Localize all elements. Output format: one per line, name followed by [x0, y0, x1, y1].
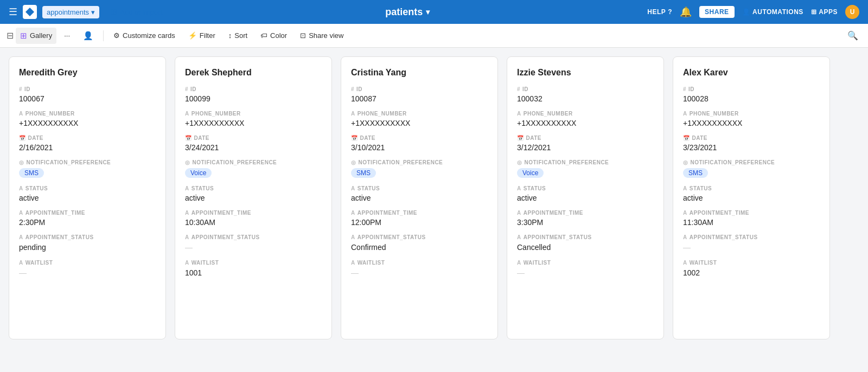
card-title: Derek Shepherd — [185, 68, 322, 78]
appt-status-icon: A — [19, 234, 23, 240]
patient-card: Alex Karev # ID 100028 A PHONE_NUMBER +1… — [673, 56, 830, 339]
status-field: A STATUS active — [517, 185, 654, 202]
appt-time-icon: A — [351, 210, 355, 216]
appointment-status-field: A APPOINTMENT_STATUS pending — [19, 234, 156, 252]
notification-icon: ◎ — [517, 159, 522, 165]
waitlist-icon: A — [683, 260, 687, 266]
waitlist-icon: A — [185, 260, 189, 266]
cards-container: Meredith Grey # ID 100067 A PHONE_NUMBER… — [0, 48, 868, 348]
status-value: active — [351, 194, 488, 202]
sort-btn[interactable]: ↕ Sort — [223, 28, 253, 43]
date-field: 📅 DATE 3/23/2021 — [683, 135, 820, 152]
appt-time-icon: A — [19, 210, 23, 216]
status-field: A STATUS active — [683, 185, 820, 202]
phone-field: A PHONE_NUMBER +1XXXXXXXXXX — [683, 111, 820, 127]
group-by-btn[interactable]: 👤 — [78, 28, 99, 44]
app-logo — [23, 5, 37, 19]
appt-status-icon: A — [683, 234, 687, 240]
date-value: 2/16/2021 — [19, 143, 156, 152]
notification-field: ◎ NOTIFICATION_PREFERENCE Voice — [517, 159, 654, 178]
automations-icon: 👤 — [742, 8, 751, 16]
appointment-status-field: A APPOINTMENT_STATUS Confirmed — [351, 234, 488, 252]
card-title: Izzie Stevens — [517, 68, 654, 78]
status-icon: A — [185, 185, 189, 191]
appt-status-icon: A — [351, 234, 355, 240]
filter-btn[interactable]: ⚡ Filter — [183, 28, 221, 43]
card-title: Alex Karev — [683, 68, 820, 78]
phone-icon: A — [683, 111, 687, 117]
appointment-status-field: A APPOINTMENT_STATUS Cancelled — [517, 234, 654, 252]
waitlist-icon: A — [351, 260, 355, 266]
waitlist-icon: A — [517, 260, 521, 266]
notifications-button[interactable]: 🔔 — [680, 6, 692, 18]
page-title: patients — [385, 7, 423, 18]
notification-icon: ◎ — [351, 159, 356, 165]
notification-badge: Voice — [185, 168, 212, 178]
id-field: # ID 100099 — [185, 86, 322, 103]
notification-icon: ◎ — [683, 159, 688, 165]
phone-field: A PHONE_NUMBER +1XXXXXXXXXX — [19, 111, 156, 127]
appointment-status-field: A APPOINTMENT_STATUS — — [185, 234, 322, 252]
appointment-time-field: A APPOINTMENT_TIME 3:30PM — [517, 210, 654, 227]
appointment-time-value: 2:30PM — [19, 218, 156, 227]
gallery-view-btn[interactable]: ⊞ Gallery — [16, 28, 56, 44]
automations-button[interactable]: 👤 AUTOMATIONS — [742, 8, 803, 16]
search-button[interactable]: 🔍 — [844, 27, 861, 44]
hamburger-menu[interactable]: ☰ — [9, 6, 17, 18]
help-icon: ? — [668, 8, 672, 16]
nav-right: HELP ? 🔔 SHARE 👤 AUTOMATIONS ⊞ APPS U — [647, 5, 859, 19]
notification-field: ◎ NOTIFICATION_PREFERENCE SMS — [19, 159, 156, 178]
id-value: 100099 — [185, 94, 322, 103]
add-import-button[interactable]: ⊞ Add or import — [105, 4, 168, 20]
date-icon: 📅 — [683, 135, 690, 141]
id-value: 100028 — [683, 94, 820, 103]
share-button[interactable]: SHARE — [699, 6, 735, 18]
help-button[interactable]: HELP ? — [647, 8, 672, 16]
date-icon: 📅 — [517, 135, 524, 141]
status-value: active — [185, 194, 322, 202]
customize-icon: ⚙ — [113, 31, 120, 40]
color-btn[interactable]: 🏷 Color — [255, 28, 292, 43]
date-field: 📅 DATE 2/16/2021 — [19, 135, 156, 152]
status-icon: A — [351, 185, 355, 191]
phone-field: A PHONE_NUMBER +1XXXXXXXXXX — [517, 111, 654, 127]
id-value: 100067 — [19, 94, 156, 103]
color-icon: 🏷 — [260, 31, 267, 40]
patient-card: Izzie Stevens # ID 100032 A PHONE_NUMBER… — [507, 56, 664, 339]
appointment-status-field: A APPOINTMENT_STATUS — — [683, 234, 820, 252]
view-selector: appointments ▾ — [42, 6, 99, 18]
notification-icon: ◎ — [185, 159, 190, 165]
customize-cards-btn[interactable]: ⚙ Customize cards — [108, 28, 181, 43]
phone-field: A PHONE_NUMBER +1XXXXXXXXXX — [351, 111, 488, 127]
status-field: A STATUS active — [19, 185, 156, 202]
status-value: active — [517, 194, 654, 202]
date-value: 3/23/2021 — [683, 143, 820, 152]
id-value: 100087 — [351, 94, 488, 103]
title-caret: ▾ — [426, 8, 430, 16]
appt-time-icon: A — [185, 210, 189, 216]
sidebar-toggle[interactable]: ⊟ — [7, 30, 14, 41]
appt-time-icon: A — [683, 210, 687, 216]
apps-button[interactable]: ⊞ APPS — [811, 8, 838, 16]
waitlist-field: A WAITLIST 1002 — [683, 260, 820, 278]
notification-badge: SMS — [351, 168, 376, 178]
notification-field: ◎ NOTIFICATION_PREFERENCE SMS — [683, 159, 820, 178]
view-toolbar: ⊟ ⊞ Gallery ··· 👤 ⚙ Customize cards ⚡ Fi… — [0, 24, 868, 48]
appt-status-icon: A — [517, 234, 521, 240]
waitlist-icon: A — [19, 260, 23, 266]
appointment-time-field: A APPOINTMENT_TIME 12:00PM — [351, 210, 488, 227]
phone-value: +1XXXXXXXXXX — [351, 119, 488, 127]
status-field: A STATUS active — [351, 185, 488, 202]
appointments-dropdown[interactable]: appointments ▾ — [42, 6, 99, 18]
share-view-icon: ⊡ — [300, 31, 306, 40]
date-field: 📅 DATE 3/24/2021 — [185, 135, 322, 152]
patient-card: Meredith Grey # ID 100067 A PHONE_NUMBER… — [9, 56, 166, 339]
nav-left: ☰ appointments ▾ ⊞ Add or import — [9, 4, 168, 20]
group-icon: 👤 — [83, 31, 93, 41]
status-value: active — [19, 194, 156, 202]
more-options-btn[interactable]: ··· — [59, 28, 75, 43]
card-title: Cristina Yang — [351, 68, 488, 78]
share-view-btn[interactable]: ⊡ Share view — [295, 28, 349, 43]
date-value: 3/24/2021 — [185, 143, 322, 152]
user-avatar[interactable]: U — [845, 5, 859, 19]
